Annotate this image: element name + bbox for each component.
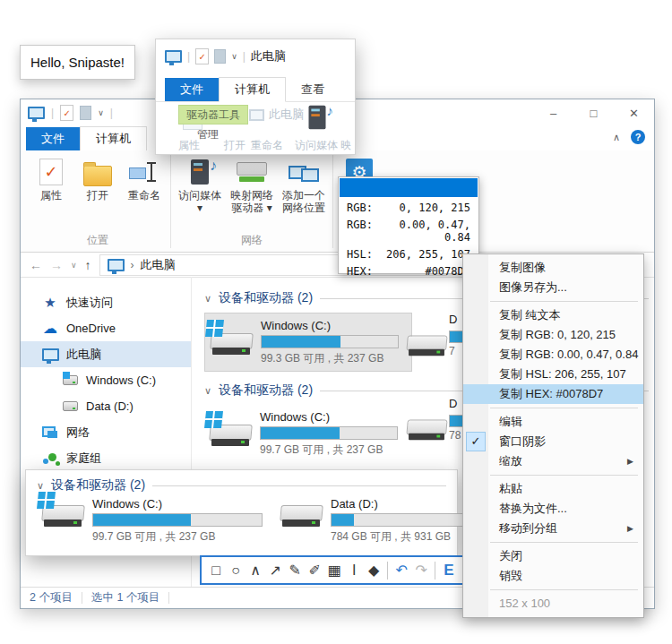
sidebar-item-4[interactable]: Data (D:) <box>21 393 191 419</box>
rename-icon <box>129 159 159 185</box>
breadcrumb[interactable]: 此电脑 <box>141 257 176 273</box>
menu-item-18[interactable]: 销毁 <box>463 566 643 586</box>
checkmark-icon: ✓ <box>466 432 486 451</box>
ellipse-tool-icon[interactable]: ○ <box>228 560 244 581</box>
main-tab-1[interactable]: 计算机 <box>80 126 147 151</box>
polyline-tool-icon[interactable]: ∧ <box>247 560 263 581</box>
properties-qat-icon[interactable] <box>60 105 73 121</box>
redo-icon[interactable]: ↷ <box>413 560 429 581</box>
new-folder-qat-icon <box>214 49 226 64</box>
collapse-ribbon-icon[interactable]: ∧ <box>613 132 620 143</box>
undo-icon[interactable]: ↶ <box>393 560 409 581</box>
properties-button[interactable]: 属性 <box>28 154 74 202</box>
menu-item-4[interactable]: 复制 RGB: 0, 120, 215 <box>463 325 643 345</box>
this-pc-icon <box>28 107 45 119</box>
sidebar-item-6[interactable]: 家庭组 <box>21 445 191 471</box>
qat-dropdown-icon: ∨ <box>231 52 237 61</box>
drive-icon <box>405 328 448 360</box>
snippet-tab-2[interactable]: 查看 <box>286 78 340 101</box>
windows-logo-icon <box>205 320 224 337</box>
arrow-tool-icon[interactable]: ↗ <box>267 560 283 581</box>
map-drive-icon <box>237 162 267 182</box>
network-computers-icon <box>42 425 58 440</box>
pencil-tool-icon[interactable]: ✎ <box>287 560 303 581</box>
mosaic-tool-icon[interactable]: ▦ <box>326 560 342 581</box>
color-label: HSL: <box>347 248 373 261</box>
eraser-tool-icon[interactable]: ◆ <box>366 560 382 581</box>
menu-item-11[interactable]: 缩放▶ <box>463 451 643 471</box>
properties-icon <box>39 159 63 185</box>
maximize-button[interactable]: □ <box>573 99 614 126</box>
qat-dropdown-icon[interactable]: ∨ <box>98 108 104 117</box>
sidebar-item-3[interactable]: Windows (C:) <box>21 367 191 393</box>
new-folder-qat-icon[interactable] <box>80 106 91 120</box>
pinned-snippet-bottom[interactable]: ∨ 设备和驱动器 (2) Windows (C:) 99.7 GB 可用 , 共… <box>25 469 458 556</box>
context-menu: 复制图像图像另存为...复制 纯文本复制 RGB: 0, 120, 215复制 … <box>462 253 644 618</box>
drive-tile-windows-c[interactable]: Windows (C:) 99.7 GB 可用 , 共 237 GB <box>204 404 412 463</box>
menu-item-10[interactable]: 窗口阴影✓ <box>463 432 643 451</box>
map-network-drive-button[interactable]: 映射网络 驱动器 ▾ <box>226 154 278 214</box>
main-tab-0[interactable]: 文件 <box>26 127 80 150</box>
sidebar-item-1[interactable]: ☁OneDrive <box>21 315 191 341</box>
drive-icon <box>208 416 253 451</box>
toolbar-separator <box>387 562 388 580</box>
sidebar-item-0[interactable]: ★快速访问 <box>21 289 191 315</box>
menu-item-5[interactable]: 复制 RGB: 0.00, 0.47, 0.84 <box>463 345 643 365</box>
sidebar-item-2[interactable]: 此电脑 <box>21 341 191 367</box>
snippet-tab-0[interactable]: 文件 <box>165 78 219 101</box>
color-value-row-0: RGB:0, 120, 215 <box>339 199 478 216</box>
open-button[interactable]: 打开 <box>74 154 121 202</box>
homegroup-icon <box>42 451 58 466</box>
menu-separator <box>490 475 638 476</box>
text-tool-icon[interactable]: I <box>346 560 362 581</box>
forward-button[interactable]: → <box>50 258 63 272</box>
hello-snippet[interactable]: Hello, Snipaste! <box>20 45 135 80</box>
menu-item-0[interactable]: 复制图像 <box>463 258 643 278</box>
up-button[interactable]: ↑ <box>85 258 91 272</box>
marker-tool-icon[interactable]: ✐ <box>306 560 323 581</box>
partial-tool-icon[interactable]: E <box>441 560 457 581</box>
menu-item-15[interactable]: 移动到分组▶ <box>463 519 643 538</box>
network-location-icon <box>289 157 319 187</box>
sidebar-item-5[interactable]: 网络 <box>21 419 191 445</box>
rectangle-tool-icon[interactable]: □ <box>208 560 224 581</box>
snippet-tab-1[interactable]: 计算机 <box>219 77 286 102</box>
capacity-bar <box>331 513 474 527</box>
color-swatch <box>340 178 478 197</box>
pinned-snippet-top[interactable]: | ∨ | 此电脑 文件计算机查看 驱动器工具 此电脑 ♪ 管理 属性 打开 重… <box>155 39 356 155</box>
sidebar-item-label: 此电脑 <box>66 347 101 363</box>
help-icon[interactable]: ? <box>631 130 645 144</box>
capacity-bar <box>261 335 399 348</box>
media-server-icon: ♪ <box>191 159 209 185</box>
menu-item-6[interactable]: 复制 HSL: 206, 255, 107 <box>463 365 643 384</box>
color-label: HEX: <box>347 265 373 278</box>
drive-plain-icon <box>62 399 78 415</box>
add-network-location-button[interactable]: 添加一个 网络位置 <box>278 154 330 214</box>
menu-separator <box>490 542 638 543</box>
menu-item-13[interactable]: 粘贴 <box>463 479 643 499</box>
menu-item-9[interactable]: 编辑 <box>463 412 643 432</box>
rename-button[interactable]: 重命名 <box>121 154 168 202</box>
drive-tools-contextual-tab: 驱动器工具 <box>178 105 248 125</box>
color-label: RGB: <box>347 202 373 214</box>
menu-item-1[interactable]: 图像另存为... <box>463 278 643 297</box>
drive-tile-windows-c[interactable]: Windows (C:) 99.3 GB 可用 , 共 237 GB <box>204 313 412 372</box>
windows-logo-icon <box>204 411 223 428</box>
menu-separator <box>490 589 638 590</box>
back-button[interactable]: ← <box>30 258 42 272</box>
chevron-down-icon: ∨ <box>204 293 211 305</box>
access-media-button[interactable]: ♪ 访问媒体 ▾ <box>174 154 226 214</box>
menu-item-7[interactable]: 复制 HEX: #0078D7 <box>463 384 643 404</box>
menu-item-3[interactable]: 复制 纯文本 <box>463 305 643 325</box>
history-dropdown-icon[interactable]: ∨ <box>71 261 77 270</box>
close-button[interactable]: ✕ <box>614 99 654 126</box>
menu-item-17[interactable]: 关闭 <box>463 546 643 566</box>
sidebar-item-label: Windows (C:) <box>86 374 156 387</box>
media-server-icon: ♪ <box>309 106 326 130</box>
minimize-button[interactable]: – <box>533 99 573 126</box>
color-label: RGB: <box>347 219 373 244</box>
drive-tile-windows-c: Windows (C:) 99.7 GB 可用 , 共 237 GB <box>40 497 263 545</box>
folder-icon <box>83 166 112 186</box>
items-count: 2 个项目 <box>30 590 73 605</box>
menu-item-14[interactable]: 替换为文件... <box>463 499 643 519</box>
